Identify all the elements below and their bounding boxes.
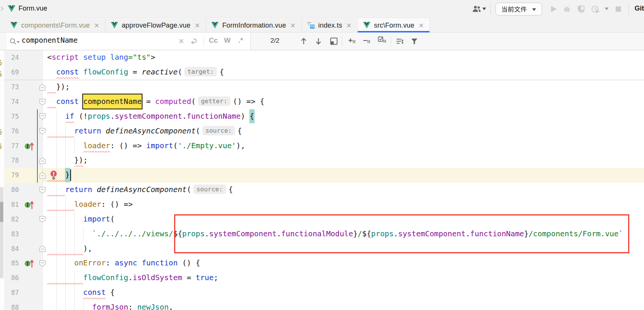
tab-forminformation-vue[interactable]: FormInformation.vue×: [206, 19, 301, 32]
tab-src-form-vue[interactable]: src\Form.vue×: [358, 19, 430, 32]
code-text: return defineAsyncComponent(source:{: [47, 124, 242, 139]
window-title: Form.vue: [19, 5, 47, 12]
profiler-dropdown-caret-icon[interactable]: [605, 8, 608, 10]
titlebar-divider: [490, 3, 491, 15]
clear-search-icon[interactable]: ×: [178, 37, 184, 45]
code-line-79[interactable]: 79 }: [0, 168, 644, 183]
fold-marker-icon[interactable]: [39, 84, 46, 92]
svg-text:!: !: [53, 170, 55, 177]
implemented-gutter-icon[interactable]: I: [24, 259, 35, 270]
users-dropdown-caret-icon[interactable]: [482, 8, 486, 10]
title-bar: › Form.vue: [0, 0, 644, 18]
search-query-text[interactable]: componentName: [22, 36, 78, 44]
code-text: });: [47, 153, 88, 168]
code-line-75[interactable]: 75 if (!props.systemComponent.functionNa…: [0, 109, 644, 124]
run-configuration-select[interactable]: [496, 3, 542, 16]
implemented-gutter-icon[interactable]: I: [24, 200, 35, 211]
code-line-80[interactable]: 80 return defineAsyncComponent(source:{: [0, 183, 644, 197]
add-selection-for-next-occurrence-button[interactable]: +II: [348, 36, 356, 45]
run-button[interactable]: [550, 5, 558, 15]
code-line-78[interactable]: 78 });: [0, 153, 644, 168]
code-editor[interactable]: 24<script setup lang="ts">69 const flowC…: [0, 50, 644, 310]
tab-close-icon[interactable]: ×: [346, 22, 352, 29]
code-line-88[interactable]: 88 formJson: newJson,: [0, 300, 644, 310]
sticky-code-line-24[interactable]: 24<script setup lang="ts">: [0, 50, 644, 65]
next-occurrence-button[interactable]: [315, 37, 322, 47]
select-all-occurrences-button[interactable]: II: [378, 36, 386, 44]
code-text: formJson: newJson,: [47, 300, 173, 310]
tab-close-icon[interactable]: ×: [94, 22, 99, 29]
tab-approveflowpage-vue[interactable]: approveFlowPage.vue×: [105, 19, 206, 32]
selection-count-subscript: II: [368, 39, 371, 44]
run-config-caret-icon: [532, 8, 536, 11]
fold-marker-icon[interactable]: [39, 245, 46, 254]
code-line-73[interactable]: 73 });: [0, 80, 644, 95]
code-text: const flowConfig = reactive(target:{: [47, 65, 224, 80]
tab-components-form-vue[interactable]: components\Form.vue×: [5, 19, 105, 32]
tab-close-icon[interactable]: ×: [195, 22, 200, 29]
svg-text:I: I: [26, 143, 29, 149]
insert-newline-icon[interactable]: [190, 37, 198, 46]
code-line-87[interactable]: 87 const {: [0, 285, 644, 300]
split-pane-edge: 6565: [0, 50, 4, 310]
findbar-divider: [342, 36, 342, 46]
run-with-coverage-button[interactable]: [577, 5, 585, 15]
code-text: if (!props.systemComponent.functionName)…: [47, 109, 254, 124]
plus-glyph: +: [348, 36, 353, 45]
vue-file-icon: [10, 22, 18, 28]
tab-close-icon[interactable]: ×: [290, 22, 295, 29]
selection-count-subscript: II: [383, 39, 386, 43]
fold-marker-icon[interactable]: [39, 157, 46, 166]
filter-search-results-button[interactable]: [411, 37, 418, 47]
code-text: return defineAsyncComponent(source:{: [47, 183, 233, 197]
fold-marker-icon[interactable]: [39, 260, 46, 268]
search-icon[interactable]: [9, 38, 17, 47]
remove-selection-from-occurrence-button[interactable]: −II: [363, 36, 371, 45]
neighbor-scrollbar-thumb[interactable]: [0, 202, 3, 222]
code-line-77[interactable]: 77 I loader: () => import('./Empty.vue')…: [0, 139, 644, 153]
findbar-divider: [204, 36, 204, 46]
vue-file-icon: [211, 22, 219, 28]
words-toggle[interactable]: W: [224, 36, 230, 45]
find-bar: componentName × Cc W .* 2/2 +II −II II: [0, 33, 644, 50]
fold-marker-icon[interactable]: [39, 113, 46, 121]
svg-text:I: I: [26, 261, 29, 267]
editor-tab-bar: components\Form.vue×approveFlowPage.vue×…: [0, 19, 644, 33]
tab-label: FormInformation.vue: [222, 22, 286, 29]
code-line-86[interactable]: 86 flowConfig.isOldSystem = true;: [0, 271, 644, 285]
fold-marker-icon[interactable]: [39, 99, 46, 107]
git-widget[interactable]: Git: [635, 5, 644, 12]
open-in-find-window-button[interactable]: [330, 37, 338, 47]
stop-button[interactable]: [615, 5, 621, 15]
code-line-85[interactable]: 85 I onError: async function () {: [0, 256, 644, 271]
vue-file-icon: [8, 5, 15, 14]
users-icon[interactable]: [472, 5, 482, 15]
code-line-76[interactable]: 76 return defineAsyncComponent(source:{: [0, 124, 644, 139]
fold-marker-icon[interactable]: [39, 128, 46, 136]
breadcrumb-chevron-icon[interactable]: ›: [0, 3, 3, 14]
neighbor-scrollbar-track[interactable]: [0, 187, 3, 278]
code-text: const componentName = computed(getter:()…: [47, 95, 264, 109]
search-field-options-button[interactable]: [396, 37, 404, 47]
implemented-gutter-icon[interactable]: I: [24, 141, 35, 153]
match-case-toggle[interactable]: Cc: [209, 36, 218, 45]
tab-index-ts[interactable]: TSindex.ts×: [302, 19, 358, 32]
debug-button[interactable]: [563, 5, 571, 15]
profiler-button[interactable]: [591, 5, 600, 15]
code-line-81[interactable]: 81 I loader: () =>: [0, 197, 644, 212]
sticky-code-line-69[interactable]: 69 const flowConfig = reactive(target:{: [0, 65, 644, 80]
vue-file-icon: [111, 22, 118, 28]
fold-marker-icon[interactable]: [39, 216, 46, 224]
regex-toggle[interactable]: .*: [238, 36, 243, 45]
fold-marker-icon[interactable]: [39, 172, 46, 180]
annotation-red-box: [174, 214, 629, 253]
error-intention-bulb-icon[interactable]: !: [50, 170, 58, 183]
search-options-caret-icon[interactable]: [17, 41, 20, 43]
fold-marker-icon[interactable]: [39, 187, 46, 195]
code-text: ),: [47, 242, 92, 256]
previous-occurrence-button[interactable]: [300, 37, 307, 47]
code-text: import(: [47, 212, 115, 227]
code-line-74[interactable]: 74 const componentName = computed(getter…: [0, 95, 644, 109]
tab-close-icon[interactable]: ×: [419, 22, 424, 29]
code-text: loader: () => import('./Empty.vue'),: [47, 139, 245, 153]
